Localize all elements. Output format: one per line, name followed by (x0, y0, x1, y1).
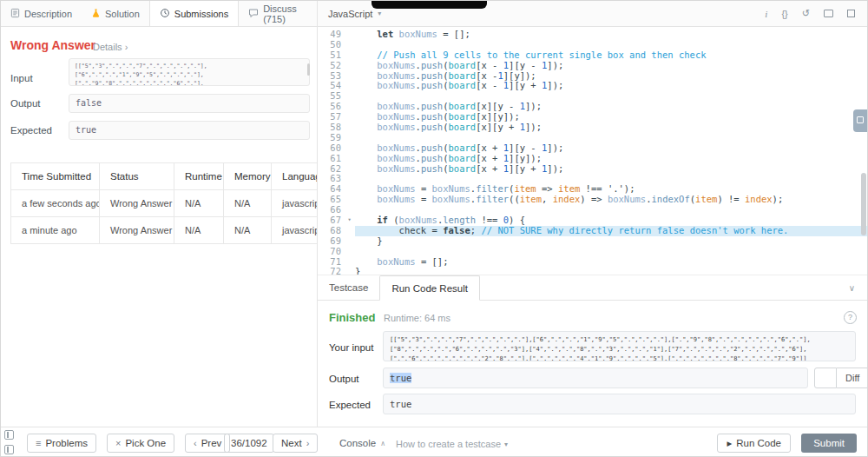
problems-button[interactable]: ≡ Problems (27, 434, 96, 453)
fold-gutter (344, 236, 355, 247)
code-line[interactable]: 65 boxNums = boxNums.filter((item, index… (318, 195, 868, 205)
tab-solution[interactable]: Solution (82, 1, 149, 26)
output-value-box[interactable]: false (69, 94, 310, 113)
input-value-box[interactable]: [["5","3",".",".","7",".",".",".","."],[… (69, 58, 310, 86)
submit-button[interactable]: Submit (801, 434, 857, 453)
console-toggle[interactable]: Console ∧ (339, 438, 385, 448)
tab-description[interactable]: Description (1, 1, 82, 26)
sidebar-toggle-icon[interactable] (4, 445, 14, 454)
submission-result-panel: Wrong Answer Details › Input [["5","3","… (1, 27, 318, 427)
fold-gutter (344, 154, 355, 164)
run-output-box[interactable]: true (383, 368, 808, 388)
input-scrollbar[interactable] (307, 63, 310, 76)
fold-gutter (344, 81, 355, 91)
line-number: 50 (318, 40, 344, 50)
layout-icon[interactable] (824, 10, 833, 17)
run-status: Finished (329, 311, 375, 324)
runtime-label: Runtime: 64 ms (384, 313, 450, 323)
run-expected-label: Expected (329, 400, 371, 410)
code-line[interactable]: 62 boxNums.push(board[x + 1][y + 1]); (318, 164, 868, 175)
flask-icon (91, 8, 101, 20)
chevron-left-icon: ‹ (194, 438, 197, 448)
tab-submissions[interactable]: Submissions (149, 1, 239, 26)
code-text: } (355, 267, 868, 275)
help-icon[interactable]: ? (844, 311, 857, 324)
tab-run-code-result[interactable]: Run Code Result (379, 275, 480, 301)
fold-gutter (344, 123, 355, 133)
panel-layout-icon[interactable] (4, 430, 14, 440)
line-number: 60 (318, 143, 344, 154)
submission-cell: javascript (272, 217, 319, 244)
run-code-button[interactable]: ▸ Run Code (717, 434, 791, 453)
code-text: boxNums = boxNums.filter((item, index) =… (355, 195, 868, 205)
prev-label: Prev (201, 438, 222, 448)
reset-code-icon[interactable]: ↺ (802, 8, 810, 19)
problem-counter[interactable]: 36/1092 (224, 434, 274, 453)
code-line[interactable]: 72} (318, 267, 868, 275)
pick-one-label: Pick One (125, 438, 166, 448)
tab-label: Submissions (174, 9, 228, 19)
expected-value-box[interactable]: true (69, 121, 310, 140)
code-line[interactable]: 69 } (318, 236, 868, 247)
details-link[interactable]: Details › (93, 42, 128, 52)
input-label: Input (10, 73, 33, 83)
your-input-box[interactable]: [["5","3",".",".","7",".",".",".","."],[… (383, 331, 856, 361)
fullscreen-icon[interactable] (847, 10, 855, 17)
code-text: check = false; // NOT SURE why directly … (355, 226, 868, 236)
code-line[interactable]: 58 boxNums.push(board[x][y + 1]); (318, 123, 868, 133)
line-number: 59 (318, 133, 344, 143)
code-line[interactable]: 68 check = false; // NOT SURE why direct… (318, 226, 868, 236)
diff-button[interactable]: Diff (837, 368, 868, 388)
problems-label: Problems (45, 438, 88, 448)
fold-marker-icon[interactable]: ▾ (344, 215, 355, 226)
collapse-console-icon[interactable]: ∨ (849, 275, 868, 300)
fold-gutter (344, 247, 355, 257)
submission-cell: N/A (224, 190, 272, 217)
submission-cell: N/A (224, 217, 272, 244)
fold-gutter (344, 184, 355, 195)
line-number: 72 (318, 267, 344, 275)
code-line[interactable]: 54 boxNums.push(board[x - 1][y + 1]); (318, 81, 868, 91)
submission-row[interactable]: a minute agoWrong AnswerN/AN/Ajavascript (11, 217, 319, 244)
diff-blank-button[interactable] (814, 368, 837, 388)
console-label: Console (339, 438, 376, 448)
submission-cell: a few seconds ago (11, 190, 100, 217)
submission-cell: Wrong Answer (100, 190, 174, 217)
info-icon[interactable]: i (765, 9, 767, 19)
editor-scrollbar[interactable] (861, 173, 866, 235)
language-label: JavaScript (328, 9, 372, 19)
fold-gutter (344, 133, 355, 143)
fold-gutter (344, 30, 355, 40)
fold-gutter (344, 257, 355, 268)
fold-gutter (344, 143, 355, 154)
leetcode-app: Description Solution Submissions Discuss… (0, 0, 868, 457)
panel-tab-strip: Description Solution Submissions Discuss… (1, 1, 318, 26)
column-header: Memory (224, 163, 272, 190)
editor-flyout-button[interactable] (853, 109, 867, 132)
submission-row[interactable]: a few seconds agoWrong AnswerN/AN/Ajavas… (11, 190, 319, 217)
column-header: Status (100, 163, 174, 190)
chevron-right-icon: › (306, 438, 310, 448)
code-line[interactable]: 71 boxNums = []; (318, 257, 868, 268)
run-output-value: true (390, 373, 411, 383)
run-expected-box[interactable]: true (383, 394, 856, 414)
run-output-label: Output (329, 374, 359, 384)
testcase-help-link[interactable]: How to create a testcase ▾ (396, 439, 508, 449)
menu-icon: ≡ (36, 438, 41, 448)
run-code-label: Run Code (736, 438, 781, 448)
tab-discuss[interactable]: Discuss (715) (239, 1, 317, 26)
next-button[interactable]: Next › (273, 434, 318, 453)
tab-testcase[interactable]: Testcase (318, 275, 379, 300)
code-line[interactable]: 49 let boxNums = []; (318, 30, 868, 40)
next-label: Next (281, 438, 302, 448)
language-selector[interactable]: JavaScript ▾ (318, 9, 391, 19)
line-number: 51 (318, 50, 344, 61)
shuffle-icon: × (115, 438, 121, 448)
fold-gutter (344, 112, 355, 123)
console-tab-strip: Testcase Run Code Result ∨ (318, 275, 868, 301)
line-number: 69 (318, 236, 344, 247)
code-editor[interactable]: 49 let boxNums = [];5051 // Push all 9 c… (318, 27, 868, 275)
pick-one-button[interactable]: × Pick One (107, 434, 174, 453)
line-number: 70 (318, 247, 344, 257)
format-code-icon[interactable]: {} (781, 9, 787, 19)
